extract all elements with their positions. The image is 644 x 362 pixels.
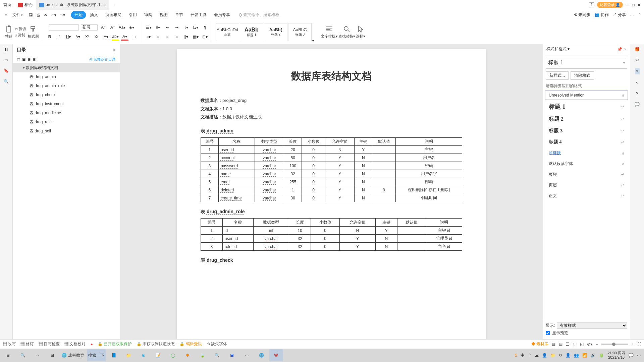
bold-icon[interactable]: B bbox=[46, 33, 53, 41]
material-lib[interactable]: ◆ 素材库 bbox=[531, 341, 548, 347]
zoom-in-icon[interactable]: + bbox=[632, 342, 634, 347]
taskbar-app2[interactable]: ◉ bbox=[137, 349, 150, 361]
style-list-item[interactable]: Unresolved Mentiona bbox=[545, 90, 628, 100]
cut-button[interactable]: ✂ 剪切 bbox=[15, 26, 26, 32]
taskbar-app3[interactable]: 📝 bbox=[151, 349, 165, 361]
find-replace-button[interactable]: 查找替换▾ bbox=[338, 25, 355, 39]
inc-indent-icon[interactable]: ⇥ bbox=[173, 24, 180, 31]
style-list-item[interactable]: 超链接a bbox=[545, 148, 628, 158]
ribbon-tab-view[interactable]: 视图 bbox=[156, 11, 171, 19]
style-list-item[interactable]: 默认段落字体a bbox=[545, 159, 628, 169]
undo-icon[interactable]: ↶▾ bbox=[51, 13, 56, 17]
view-web-icon[interactable]: ☰ bbox=[566, 342, 570, 347]
status-cert[interactable]: 🔒 未获取到认证状态 bbox=[137, 341, 175, 347]
italic-icon[interactable]: I bbox=[55, 33, 63, 41]
style-list-item[interactable]: 页脚↵ bbox=[545, 169, 628, 180]
close-icon[interactable]: × bbox=[103, 2, 106, 8]
outline-collapse-icon[interactable]: ▣ bbox=[22, 57, 25, 62]
start-button[interactable]: ⊞ bbox=[1, 349, 15, 361]
outline-rail-icon[interactable]: ◧ bbox=[4, 47, 8, 52]
clear-format-icon[interactable]: ◈▾ bbox=[128, 24, 135, 31]
ribbon-tab-start[interactable]: 开始 bbox=[71, 11, 86, 19]
bullet-list-icon[interactable]: ☰▾ bbox=[145, 24, 152, 31]
outline-item[interactable]: 表 drug_sell bbox=[13, 127, 120, 136]
paste-button[interactable]: 粘贴 bbox=[5, 25, 13, 39]
increase-font-icon[interactable]: A⁺ bbox=[100, 24, 107, 31]
strike-icon[interactable]: A▾ bbox=[74, 33, 82, 41]
more-icon[interactable]: ⋯ bbox=[630, 13, 634, 17]
subscript-icon[interactable]: X₂ bbox=[93, 33, 100, 41]
sort-icon[interactable]: ↕▾ bbox=[182, 24, 190, 31]
tray-notif-icon[interactable]: 💬 bbox=[629, 353, 634, 358]
font-name-select[interactable] bbox=[49, 24, 79, 31]
save-icon[interactable]: 🖫 bbox=[29, 13, 33, 17]
taskbar-chrome[interactable]: 🌐 bbox=[255, 349, 268, 361]
number-list-icon[interactable]: ≡▾ bbox=[154, 24, 162, 31]
tray-wifi-icon[interactable]: 📶 bbox=[582, 353, 587, 358]
ribbon-tab-reference[interactable]: 引用 bbox=[125, 11, 140, 19]
tray-cloud-icon[interactable]: ☁ bbox=[535, 353, 539, 358]
shading-icon[interactable]: ▦▾ bbox=[192, 33, 199, 41]
smart-outline-button[interactable]: ◎ 智能识别目录 bbox=[89, 57, 116, 62]
ribbon-tab-layout[interactable]: 页面布局 bbox=[102, 11, 125, 19]
search-rail-icon[interactable]: 🔍 bbox=[4, 79, 9, 84]
align-right-icon[interactable]: ≡ bbox=[164, 33, 171, 41]
ribbon-tab-member[interactable]: 会员专享 bbox=[211, 11, 233, 19]
view-read-icon[interactable]: ⬚ bbox=[573, 342, 577, 347]
style-h1[interactable]: AaBb标题 1 bbox=[240, 23, 263, 41]
preview-checkbox[interactable] bbox=[546, 331, 550, 335]
style-list-item[interactable]: 页眉↵ bbox=[545, 180, 628, 190]
status-edit-lock[interactable]: 🔒 编辑受限 bbox=[179, 341, 202, 347]
select-button[interactable]: 选择▾ bbox=[356, 25, 365, 39]
style-show-select[interactable]: 有效样式 bbox=[557, 322, 627, 329]
copy-button[interactable]: ⎘ 复制 bbox=[15, 33, 26, 38]
style-body[interactable]: AaBbCcDd正文 bbox=[216, 23, 239, 41]
taskbar-clock[interactable]: 21:00 周四2021/9/16 bbox=[607, 351, 625, 360]
cortana-icon[interactable]: ○ bbox=[31, 349, 44, 361]
nav-rail-icon[interactable]: ▭ bbox=[4, 58, 8, 62]
close-outline-icon[interactable]: × bbox=[113, 47, 116, 53]
justify-icon[interactable]: ≡ bbox=[173, 33, 180, 41]
tray-up-icon[interactable]: ⌃ bbox=[528, 353, 531, 358]
status-permission[interactable]: 🔒 已开启权限保护 bbox=[98, 341, 132, 347]
tray-volume-icon[interactable]: 🔊 bbox=[591, 353, 596, 358]
tray-ime[interactable]: 中 bbox=[521, 353, 525, 358]
taskbar-app6[interactable]: 🍃 bbox=[196, 349, 209, 361]
style-list-item[interactable]: 标题 3↵ bbox=[545, 125, 628, 136]
share-button[interactable]: ↗ 分享 bbox=[613, 12, 626, 18]
ribbon-tab-dev[interactable]: 开发工具 bbox=[187, 11, 210, 19]
tray-action-icon[interactable]: ▭ bbox=[637, 353, 641, 358]
taskbar-app5[interactable]: ✱ bbox=[181, 349, 194, 361]
redo-icon[interactable]: ↷▾ bbox=[60, 13, 65, 17]
ribbon-tab-section[interactable]: 章节 bbox=[172, 11, 186, 19]
sync-status[interactable]: ⟲ 未同步 bbox=[574, 12, 590, 18]
tray-icon[interactable]: S bbox=[515, 353, 517, 358]
taskbar-app8[interactable]: ▣ bbox=[225, 349, 238, 361]
line-spacing-icon[interactable]: ‖▾ bbox=[182, 33, 190, 41]
status-overwrite[interactable]: ▦ 改写 bbox=[3, 341, 16, 347]
change-case-icon[interactable]: Aa▾ bbox=[118, 24, 126, 31]
align-left-icon[interactable]: ≡▾ bbox=[145, 33, 152, 41]
taskbar-app7[interactable]: 🔍 bbox=[210, 349, 224, 361]
file-menu[interactable]: 文件 ▾ bbox=[10, 11, 25, 18]
style-h2[interactable]: AaBb(标题 2 bbox=[264, 23, 287, 41]
outline-expand-icon[interactable]: ▢ bbox=[17, 57, 20, 62]
outline-item[interactable]: 表 drug_admin_role bbox=[13, 81, 120, 90]
tray-people-icon[interactable]: 👥 bbox=[574, 353, 579, 358]
outline-item[interactable]: 表 drug_admin bbox=[13, 72, 120, 81]
chat-rail-icon[interactable]: 💬 bbox=[635, 102, 640, 107]
tab-docker[interactable]: 稻壳 bbox=[15, 0, 36, 10]
zoom-mode-icon[interactable]: ⊙▾ bbox=[587, 342, 592, 347]
view-full-icon[interactable]: ◱ bbox=[580, 342, 584, 347]
tray-user-icon[interactable]: 👤 bbox=[542, 353, 547, 358]
status-proof[interactable]: ▦ 文档校对 bbox=[64, 341, 86, 347]
style-list-item[interactable]: 标题 2↵ bbox=[545, 113, 628, 125]
show-marks-icon[interactable]: ¶ bbox=[201, 24, 209, 31]
border-icon[interactable]: ⊞▾ bbox=[201, 33, 209, 41]
settings-icon[interactable]: ⚙ bbox=[635, 58, 639, 62]
format-brush-button[interactable]: 格式刷 bbox=[28, 25, 39, 39]
style-list-item[interactable]: 标题 1↵ bbox=[545, 100, 628, 113]
taskbar-search-button[interactable]: 🔍 bbox=[16, 349, 30, 361]
style-list-item[interactable]: 正文↵ bbox=[545, 191, 628, 201]
decrease-font-icon[interactable]: A⁻ bbox=[109, 24, 116, 31]
